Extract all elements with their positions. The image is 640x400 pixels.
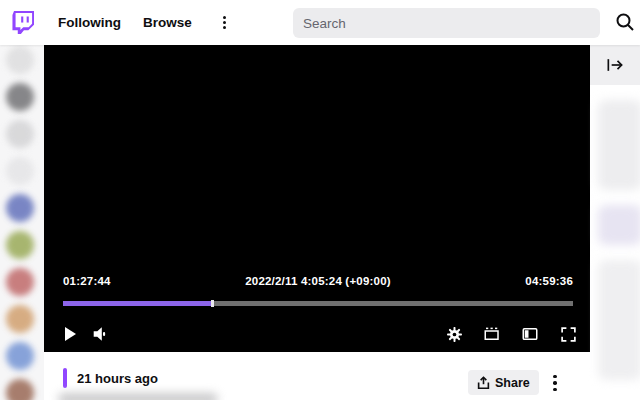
current-time: 01:27:44 [63, 275, 111, 287]
fullscreen-button[interactable] [555, 321, 581, 347]
clip-icon [483, 325, 501, 343]
chat-header [590, 45, 640, 85]
search-input[interactable] [293, 8, 600, 38]
channel-avatar[interactable] [6, 379, 34, 400]
video-info-bar: 21 hours ago Share [44, 352, 590, 400]
share-upload-icon [477, 376, 490, 390]
right-sidebar-chat [590, 45, 640, 400]
channel-avatar[interactable] [6, 46, 34, 74]
theater-mode-button[interactable] [517, 321, 543, 347]
seek-handle[interactable] [211, 300, 214, 307]
channel-avatar[interactable] [6, 83, 34, 111]
theater-mode-icon [521, 325, 539, 343]
channel-avatar[interactable] [6, 305, 34, 333]
player-time-row: 2022/2/11 4:05:24 (+09:00) 01:27:44 04:5… [63, 275, 573, 287]
blurred-chat-content [598, 205, 640, 245]
volume-muted-icon [91, 325, 109, 343]
share-button[interactable]: Share [468, 370, 539, 395]
blurred-chat-content [598, 100, 640, 190]
play-button[interactable] [57, 321, 83, 347]
search-container [293, 8, 600, 38]
expand-right-icon [605, 57, 625, 73]
clip-button[interactable] [479, 321, 505, 347]
video-more-menu-icon[interactable] [545, 372, 565, 394]
nav-link-following[interactable]: Following [58, 15, 121, 30]
channel-avatar[interactable] [6, 120, 34, 148]
channel-avatar[interactable] [6, 342, 34, 370]
search-button[interactable] [612, 9, 638, 35]
left-sidebar [0, 45, 44, 400]
channel-avatar[interactable] [6, 194, 34, 222]
total-duration: 04:59:36 [525, 275, 573, 287]
nav-link-browse[interactable]: Browse [143, 15, 192, 30]
more-menu-icon[interactable] [216, 14, 234, 32]
search-icon [615, 12, 635, 32]
top-navbar: Following Browse [0, 0, 640, 45]
blurred-title-text [58, 393, 218, 400]
expand-chat-button[interactable] [602, 52, 628, 78]
player-controls [57, 317, 581, 351]
gear-icon [446, 326, 463, 343]
fullscreen-icon [560, 326, 577, 343]
channel-avatar[interactable] [6, 157, 34, 185]
volume-button[interactable] [87, 321, 113, 347]
twitch-logo-icon[interactable] [12, 10, 36, 36]
progress-fill [63, 301, 212, 306]
channel-avatar[interactable] [6, 231, 34, 259]
live-accent-bar [63, 368, 67, 388]
settings-button[interactable] [441, 321, 467, 347]
play-icon [62, 326, 78, 342]
share-button-label: Share [495, 376, 530, 390]
video-player[interactable]: 2022/2/11 4:05:24 (+09:00) 01:27:44 04:5… [44, 45, 590, 352]
posted-ago-label: 21 hours ago [77, 371, 158, 386]
twitch-app: Following Browse 2022/2/11 4:05:24 (+09:… [0, 0, 640, 400]
seek-bar[interactable] [63, 301, 573, 306]
blurred-chat-content [598, 260, 640, 380]
stream-datetime: 2022/2/11 4:05:24 (+09:00) [63, 275, 573, 287]
channel-avatar[interactable] [6, 268, 34, 296]
